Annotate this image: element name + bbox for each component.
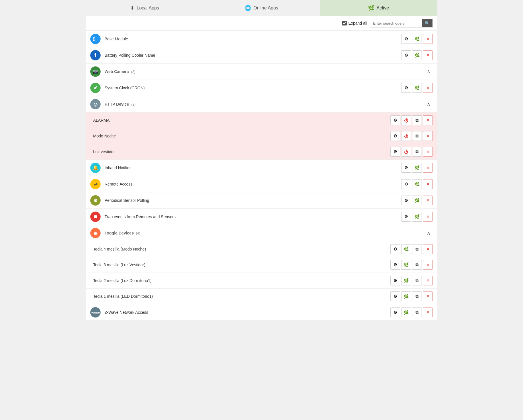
tab-online-apps[interactable]: 🌐 Online Apps: [203, 0, 320, 16]
base-module-actions: ⚙ 🌿 ✕: [401, 34, 433, 44]
tecla2-gear[interactable]: ⚙: [390, 276, 400, 285]
tecla2-remove[interactable]: ✕: [423, 276, 433, 285]
sensor-remove[interactable]: ✕: [423, 196, 433, 205]
tecla4-leaf[interactable]: 🌿: [401, 244, 411, 254]
zwave-copy[interactable]: ⧉: [412, 307, 422, 317]
tecla2-name: Tecla 2 mesilla (Luz Dormitorio1): [93, 278, 390, 283]
zwave-name: Z-Wave Network Access: [105, 310, 390, 315]
tecla3-gear[interactable]: ⚙: [390, 260, 400, 270]
battery-icon: ℹ: [90, 50, 101, 60]
base-module-gear[interactable]: ⚙: [401, 34, 411, 44]
tecla1-remove[interactable]: ✕: [423, 291, 433, 301]
trap-actions: ⚙ 🌿 ✕: [401, 212, 433, 222]
remote-gear[interactable]: ⚙: [401, 179, 411, 189]
tab-online-apps-label: Online Apps: [253, 5, 278, 11]
luzvestidor-copy[interactable]: ⧉: [412, 147, 422, 157]
battery-remove[interactable]: ✕: [423, 50, 433, 60]
alarma-power[interactable]: ⏻: [401, 115, 411, 125]
inband-gear[interactable]: ⚙: [401, 163, 411, 173]
trap-name: Trap events from Remotes and Sensors: [105, 214, 401, 219]
tecla3-actions: ⚙ 🌿 ⧉ ✕: [390, 260, 433, 270]
sysclock-remove[interactable]: ✕: [423, 83, 433, 93]
search-button[interactable]: 🔍: [422, 19, 432, 27]
modonoche-copy[interactable]: ⧉: [412, 131, 422, 141]
webcam-collapse[interactable]: ∧: [424, 67, 433, 76]
toggle-count: (4): [136, 231, 140, 235]
tecla3-copy[interactable]: ⧉: [412, 260, 422, 270]
remote-name: Remote Access: [105, 182, 401, 186]
base-module-leaf[interactable]: 🌿: [412, 34, 422, 44]
tecla4-gear[interactable]: ⚙: [390, 244, 400, 254]
app-list: ⟨⟩ Base Module ⚙ 🌿 ✕ ℹ Battery Polling C…: [86, 31, 437, 321]
tecla1-leaf[interactable]: 🌿: [401, 291, 411, 301]
expand-all-checkbox[interactable]: [342, 21, 347, 25]
inband-icon: 🔔: [90, 163, 101, 173]
tecla2-actions: ⚙ 🌿 ⧉ ✕: [390, 276, 433, 285]
luzvestidor-gear[interactable]: ⚙: [390, 147, 400, 157]
zwave-leaf[interactable]: 🌿: [401, 307, 411, 317]
battery-leaf[interactable]: 🌿: [412, 50, 422, 60]
remote-icon: ⇌: [90, 179, 101, 189]
tab-bar: ⬇ Local Apps 🌐 Online Apps 🌿 Active: [86, 0, 437, 16]
tecla1-gear[interactable]: ⚙: [390, 291, 400, 301]
zwave-gear[interactable]: ⚙: [390, 307, 400, 317]
tab-active[interactable]: 🌿 Active: [320, 0, 437, 16]
base-module-remove[interactable]: ✕: [423, 34, 433, 44]
tecla4-remove[interactable]: ✕: [423, 244, 433, 254]
base-module-name: Base Module: [105, 37, 401, 41]
sensor-leaf[interactable]: 🌿: [412, 196, 422, 205]
zwave-icon: ~wave: [90, 307, 101, 318]
alarma-copy[interactable]: ⧉: [412, 115, 422, 125]
toggle-icon: ◉: [90, 228, 101, 238]
app-row-alarma: ALARMA ⚙ ⏻ ⧉ ✕: [86, 113, 437, 128]
tecla2-copy[interactable]: ⧉: [412, 276, 422, 285]
zwave-remove[interactable]: ✕: [423, 307, 433, 317]
http-collapse[interactable]: ∧: [424, 100, 433, 109]
app-row-trap: ⏺ Trap events from Remotes and Sensors ⚙…: [86, 209, 437, 225]
battery-actions: ⚙ 🌿 ✕: [401, 50, 433, 60]
app-row-sysclock: ✔ System Clock (CRON) ⚙ 🌿 ✕: [86, 80, 437, 96]
luzvestidor-power[interactable]: ⏻: [401, 147, 411, 157]
tecla1-actions: ⚙ 🌿 ⧉ ✕: [390, 291, 433, 301]
tecla3-leaf[interactable]: 🌿: [401, 260, 411, 270]
base-module-icon: ⟨⟩: [90, 34, 101, 44]
battery-gear[interactable]: ⚙: [401, 50, 411, 60]
app-row-toggle: ◉ Toggle Devices (4) ∧: [86, 225, 437, 241]
tecla1-copy[interactable]: ⧉: [412, 291, 422, 301]
app-row-http: ◎ HTTP Device (3) ∧: [86, 96, 437, 113]
app-row-remote: ⇌ Remote Access ⚙ 🌿 ✕: [86, 176, 437, 192]
webcam-icon: 📷: [90, 66, 101, 77]
sysclock-name: System Clock (CRON): [105, 86, 401, 90]
tab-active-label: Active: [377, 5, 389, 11]
tecla3-remove[interactable]: ✕: [423, 260, 433, 270]
alarma-gear[interactable]: ⚙: [390, 115, 400, 125]
inband-remove[interactable]: ✕: [423, 163, 433, 173]
modonoche-gear[interactable]: ⚙: [390, 131, 400, 141]
sensor-gear[interactable]: ⚙: [401, 196, 411, 205]
tab-local-apps[interactable]: ⬇ Local Apps: [86, 0, 203, 16]
app-row-webcam: 📷 Web Camera (2) ∧: [86, 64, 437, 80]
tecla2-leaf[interactable]: 🌿: [401, 276, 411, 285]
sysclock-leaf[interactable]: 🌿: [412, 83, 422, 93]
trap-remove[interactable]: ✕: [423, 212, 433, 222]
modonoche-remove[interactable]: ✕: [423, 131, 433, 141]
search-input[interactable]: [370, 19, 422, 27]
search-box: 🔍: [370, 19, 433, 27]
alarma-remove[interactable]: ✕: [423, 115, 433, 125]
toggle-collapse[interactable]: ∧: [424, 229, 433, 237]
sensor-actions: ⚙ 🌿 ✕: [401, 196, 433, 205]
trap-gear[interactable]: ⚙: [401, 212, 411, 222]
tecla4-copy[interactable]: ⧉: [412, 244, 422, 254]
http-icon: ◎: [90, 99, 101, 109]
remote-leaf[interactable]: 🌿: [412, 179, 422, 189]
trap-leaf[interactable]: 🌿: [412, 212, 422, 222]
expand-all-label[interactable]: Expand all: [342, 21, 367, 25]
sysclock-gear[interactable]: ⚙: [401, 83, 411, 93]
remote-remove[interactable]: ✕: [423, 179, 433, 189]
expand-all-text: Expand all: [348, 21, 367, 25]
luzvestidor-remove[interactable]: ✕: [423, 147, 433, 157]
sensor-icon: ⚙: [90, 195, 101, 206]
app-row-sensor: ⚙ Periodical Sensor Polling ⚙ 🌿 ✕: [86, 192, 437, 209]
modonoche-power[interactable]: ⏻: [401, 131, 411, 141]
inband-leaf[interactable]: 🌿: [412, 163, 422, 173]
